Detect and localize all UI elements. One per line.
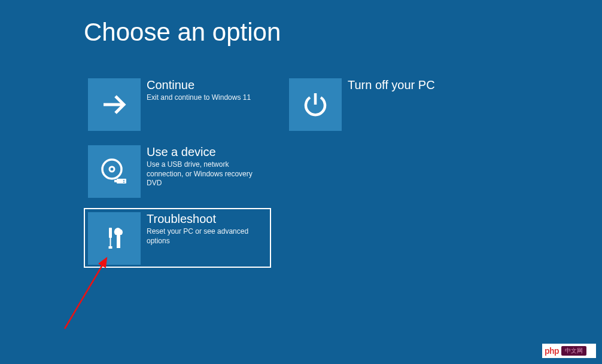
option-continue[interactable]: Continue Exit and continue to Windows 11 xyxy=(84,74,271,134)
svg-rect-4 xyxy=(117,179,126,183)
option-text: Continue Exit and continue to Windows 11 xyxy=(141,78,267,103)
option-use-device[interactable]: Use a device Use a USB drive, network co… xyxy=(84,141,271,201)
option-title: Troubleshoot xyxy=(147,212,267,225)
option-desc: Use a USB drive, network connection, or … xyxy=(147,160,267,188)
option-desc: Exit and continue to Windows 11 xyxy=(147,93,267,103)
option-troubleshoot[interactable]: Troubleshoot Reset your PC or see advanc… xyxy=(84,208,271,268)
option-text: Turn off your PC xyxy=(342,78,468,93)
option-title: Use a device xyxy=(147,145,267,158)
option-desc: Reset your PC or see advanced options xyxy=(147,227,267,246)
svg-rect-8 xyxy=(109,228,112,238)
page-title: Choose an option xyxy=(84,18,281,47)
option-title: Turn off your PC xyxy=(348,78,468,91)
svg-point-2 xyxy=(102,160,121,179)
option-turn-off[interactable]: Turn off your PC xyxy=(285,74,472,134)
option-text: Use a device Use a USB drive, network co… xyxy=(141,145,267,188)
svg-rect-9 xyxy=(110,238,111,247)
watermark: php 中文网 xyxy=(542,344,596,358)
watermark-left: php xyxy=(545,346,559,356)
option-text: Troubleshoot Reset your PC or see advanc… xyxy=(141,212,267,246)
svg-rect-5 xyxy=(114,180,117,182)
svg-rect-6 xyxy=(123,180,124,181)
option-title: Continue xyxy=(147,78,267,91)
svg-rect-10 xyxy=(109,246,113,249)
tools-icon xyxy=(88,212,141,265)
disc-usb-icon xyxy=(88,145,141,198)
watermark-right: 中文网 xyxy=(561,346,586,356)
svg-point-3 xyxy=(110,167,114,172)
arrow-right-icon xyxy=(88,78,141,131)
options-grid: Continue Exit and continue to Windows 11… xyxy=(84,74,515,275)
power-icon xyxy=(289,78,342,131)
svg-rect-7 xyxy=(123,182,124,183)
